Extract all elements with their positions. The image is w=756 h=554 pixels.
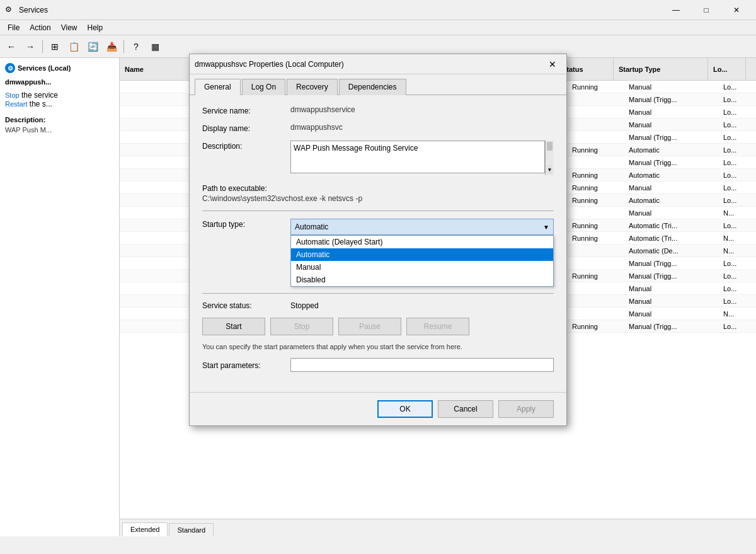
ok-button[interactable]: OK: [377, 400, 433, 418]
display-name-value: dmwappushsvc: [290, 123, 343, 132]
modal-content: Service name: dmwappushservice Display n…: [190, 95, 566, 392]
service-name-row: Service name: dmwappushservice: [202, 105, 554, 115]
resume-button[interactable]: Resume: [406, 318, 469, 335]
service-controls: Start Stop Pause Resume: [202, 318, 554, 335]
separator-1: [202, 211, 554, 211]
path-section: Path to executable: C:\windows\system32\…: [202, 183, 554, 203]
path-label: Path to executable:: [202, 183, 554, 193]
display-name-label: Display name:: [202, 123, 290, 133]
start-params-row: Start parameters:: [202, 358, 554, 372]
tab-dependencies[interactable]: Dependencies: [339, 79, 406, 95]
desc-wrapper: WAP Push Message Routing Service ▼: [290, 141, 554, 175]
service-name-value: dmwappushservice: [290, 105, 355, 114]
path-value: C:\windows\system32\svchost.exe -k netsv…: [202, 194, 554, 203]
modal-footer: OK Cancel Apply: [190, 392, 566, 425]
option-automatic-delayed[interactable]: Automatic (Delayed Start): [291, 236, 553, 248]
scroll-down-arrow[interactable]: ▼: [547, 165, 553, 174]
startup-type-label: Startup type:: [202, 219, 290, 229]
cancel-button[interactable]: Cancel: [438, 400, 493, 418]
startup-type-selected: Automatic: [295, 222, 543, 231]
startup-type-dropdown-wrapper: Automatic ▼ Automatic (Delayed Start) Au…: [290, 219, 554, 235]
desc-scrollbar[interactable]: ▼: [545, 141, 554, 175]
service-status-label: Service status:: [202, 301, 290, 310]
start-params-label: Start parameters:: [202, 360, 290, 370]
service-name-label: Service name:: [202, 105, 290, 115]
service-status-value: Stopped: [290, 301, 319, 310]
dropdown-chevron-icon: ▼: [543, 224, 549, 231]
description-textarea[interactable]: WAP Push Message Routing Service: [290, 141, 545, 173]
modal-title: dmwappushsvc Properties (Local Computer): [195, 60, 544, 69]
option-automatic[interactable]: Automatic: [291, 248, 553, 261]
stop-button[interactable]: Stop: [270, 318, 333, 335]
help-text: You can specify the start parameters tha…: [202, 343, 554, 350]
description-row: Description: WAP Push Message Routing Se…: [202, 141, 554, 175]
scrollbar-thumb[interactable]: [547, 142, 553, 151]
startup-type-row: Startup type: Automatic ▼ Automatic (Del…: [202, 219, 554, 235]
startup-type-dropdown-list: Automatic (Delayed Start) Automatic Manu…: [290, 235, 554, 287]
tab-logon[interactable]: Log On: [242, 79, 285, 95]
startup-type-dropdown[interactable]: Automatic ▼: [290, 219, 554, 235]
option-manual[interactable]: Manual: [291, 261, 553, 274]
start-button[interactable]: Start: [202, 318, 265, 335]
pause-button[interactable]: Pause: [338, 318, 401, 335]
service-status-row: Service status: Stopped: [202, 293, 554, 310]
modal-title-bar: dmwappushsvc Properties (Local Computer)…: [190, 54, 566, 74]
tab-recovery[interactable]: Recovery: [287, 79, 338, 95]
tab-general[interactable]: General: [195, 79, 241, 95]
start-params-input[interactable]: [290, 358, 554, 372]
properties-dialog: dmwappushsvc Properties (Local Computer)…: [189, 54, 567, 426]
display-name-row: Display name: dmwappushsvc: [202, 123, 554, 133]
modal-overlay: dmwappushsvc Properties (Local Computer)…: [0, 0, 756, 554]
modal-close-button[interactable]: ✕: [544, 57, 561, 72]
desc-field-label: Description:: [202, 141, 290, 151]
option-disabled[interactable]: Disabled: [291, 274, 553, 286]
apply-button[interactable]: Apply: [498, 400, 554, 418]
modal-tabs: General Log On Recovery Dependencies: [190, 74, 566, 95]
